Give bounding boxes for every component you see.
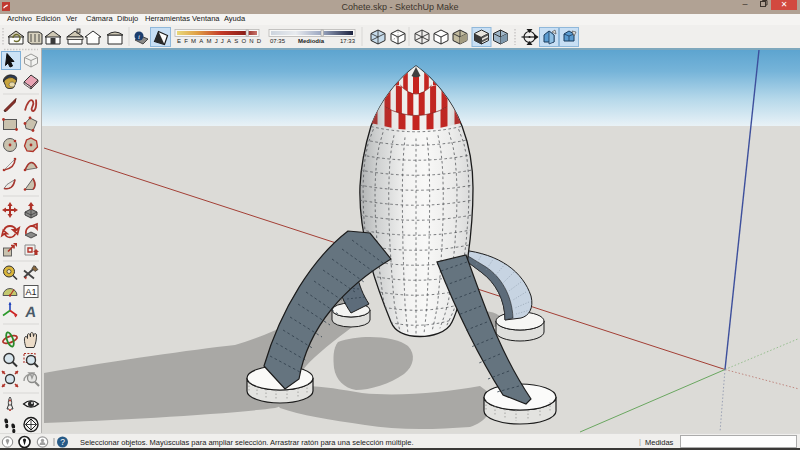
svg-text:?: ?	[60, 437, 65, 447]
svg-text:17:33: 17:33	[340, 38, 356, 44]
svg-text:A: A	[24, 303, 37, 320]
svg-text:EFMAMJJASOND: EFMAMJJASOND	[177, 38, 264, 44]
svg-text:i: i	[138, 33, 140, 41]
svg-text:A1: A1	[25, 287, 36, 297]
svg-text:Mediodía: Mediodía	[298, 38, 325, 44]
svg-text:07:35: 07:35	[270, 38, 286, 44]
